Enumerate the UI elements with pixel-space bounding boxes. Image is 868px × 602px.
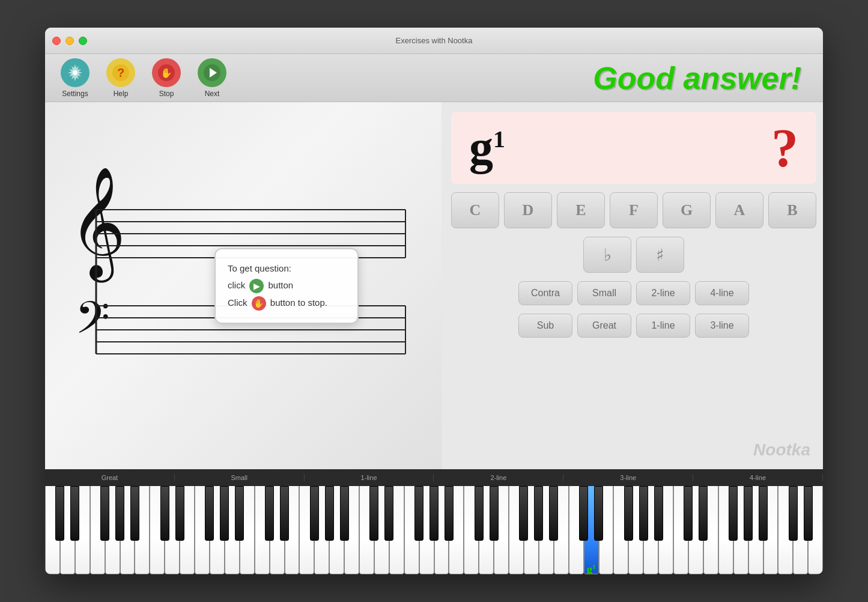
stop-icon: ✋ [152, 58, 181, 87]
black-key-0-5[interactable] [130, 486, 139, 541]
close-button[interactable] [52, 37, 61, 45]
note-button-F[interactable]: F [610, 192, 658, 228]
svg-text:?: ? [117, 66, 124, 79]
staff-panel: 𝄞 𝄢 [45, 102, 442, 469]
note-button-G[interactable]: G [663, 192, 711, 228]
black-key-1-0[interactable] [160, 486, 169, 541]
black-key-3-3[interactable] [414, 486, 423, 541]
black-key-6-5[interactable] [759, 486, 768, 541]
next-label: Next [205, 90, 220, 98]
tooltip-line1: To get question: [228, 261, 345, 275]
black-key-4-0[interactable] [475, 486, 484, 541]
octave-sub[interactable]: Sub [518, 314, 572, 338]
black-key-3-0[interactable] [369, 486, 378, 541]
black-key-5-5[interactable] [654, 486, 663, 541]
piano-label-small: Small [175, 474, 305, 481]
piano-keys-container: g1 [45, 486, 823, 574]
black-key-1-4[interactable] [220, 486, 229, 541]
black-key-3-5[interactable] [445, 486, 454, 541]
black-key-2-4[interactable] [325, 486, 334, 541]
black-key-2-0[interactable] [265, 486, 274, 541]
help-button[interactable]: ? Help [100, 56, 141, 100]
note-button-D[interactable]: D [504, 192, 552, 228]
piano-section: Great Small 1-line 2-line 3-line 4-line [45, 469, 823, 574]
help-icon: ? [106, 58, 135, 87]
black-key-4-4[interactable] [534, 486, 543, 541]
black-key-4-1[interactable] [490, 486, 499, 541]
question-mark: ? [771, 117, 798, 179]
octave-1line[interactable]: 1-line [636, 314, 690, 338]
black-key-2-3[interactable] [310, 486, 319, 541]
octave-3line[interactable]: 3-line [695, 314, 749, 338]
piano-label-great: Great [45, 474, 175, 481]
right-panel: g1 ? C D E F G A B ♭ ♯ Contra [442, 102, 823, 469]
note-button-A[interactable]: A [715, 192, 763, 228]
toolbar: Settings ? Help ✋ Stop [45, 54, 823, 102]
black-key-6-0[interactable] [684, 486, 693, 541]
stop-button[interactable]: ✋ Stop [146, 56, 187, 100]
settings-icon [61, 58, 90, 87]
black-key-0-1[interactable] [70, 486, 79, 541]
black-key-0-4[interactable] [115, 486, 124, 541]
black-key-5-0[interactable] [579, 486, 588, 541]
black-key-6-3[interactable] [729, 486, 738, 541]
highlighted-note-label: g1 [587, 563, 596, 574]
settings-button[interactable]: Settings [55, 56, 96, 100]
black-key-7-1[interactable] [804, 486, 813, 541]
note-button-C[interactable]: C [451, 192, 499, 228]
nootka-watermark: Nootka [451, 440, 816, 460]
black-key-7-0[interactable] [789, 486, 798, 541]
black-key-0-0[interactable] [55, 486, 64, 541]
tooltip-popup: To get question: click ▶ button Click ✋ … [214, 248, 359, 323]
piano-labels: Great Small 1-line 2-line 3-line 4-line [45, 469, 823, 486]
sharp-button[interactable]: ♯ [636, 237, 684, 273]
note-button-B[interactable]: B [768, 192, 816, 228]
traffic-lights [52, 37, 87, 45]
good-answer-text: Good answer! [593, 60, 813, 96]
black-key-6-1[interactable] [699, 486, 708, 541]
note-display: g1 ? [451, 112, 816, 184]
current-note: g1 [469, 124, 505, 172]
black-key-1-5[interactable] [235, 486, 244, 541]
piano-label-1line: 1-line [305, 474, 434, 481]
flat-button[interactable]: ♭ [583, 237, 631, 273]
black-key-1-1[interactable] [175, 486, 184, 541]
black-key-4-3[interactable] [519, 486, 528, 541]
piano-label-2line: 2-line [434, 474, 563, 481]
tooltip-line3: Click ✋ button to stop. [228, 296, 345, 311]
svg-text:✋: ✋ [160, 67, 172, 79]
main-window: Exercises with Nootka Settings ? Help [45, 28, 823, 574]
main-content: 𝄞 𝄢 [45, 102, 823, 469]
settings-label: Settings [62, 90, 88, 98]
black-key-6-4[interactable] [744, 486, 753, 541]
note-button-E[interactable]: E [557, 192, 605, 228]
octave-row-2: Sub Great 1-line 3-line [451, 314, 816, 338]
black-key-2-5[interactable] [340, 486, 349, 541]
note-octave: 1 [493, 126, 505, 153]
octave-contra[interactable]: Contra [518, 281, 572, 305]
black-key-5-3[interactable] [624, 486, 633, 541]
piano-label-3line: 3-line [563, 474, 693, 481]
next-icon [198, 58, 226, 87]
play-icon-inline: ▶ [249, 279, 264, 293]
tooltip-line2: click ▶ button [228, 278, 345, 293]
octave-small[interactable]: Small [577, 281, 631, 305]
stop-label: Stop [159, 90, 174, 98]
piano-label-4line: 4-line [693, 474, 823, 481]
maximize-button[interactable] [79, 37, 87, 45]
window-title: Exercises with Nootka [396, 36, 473, 45]
black-key-3-1[interactable] [384, 486, 393, 541]
black-key-5-4[interactable] [639, 486, 648, 541]
black-key-0-3[interactable] [100, 486, 109, 541]
black-key-2-1[interactable] [280, 486, 289, 541]
next-button[interactable]: Next [192, 56, 232, 100]
black-key-5-1[interactable] [594, 486, 603, 541]
black-key-4-5[interactable] [549, 486, 558, 541]
octave-great[interactable]: Great [577, 314, 631, 338]
black-key-3-4[interactable] [429, 486, 439, 541]
minimize-button[interactable] [65, 37, 74, 45]
octave-4line[interactable]: 4-line [695, 281, 749, 305]
svg-text:𝄢: 𝄢 [75, 294, 110, 353]
octave-2line[interactable]: 2-line [636, 281, 690, 305]
black-key-1-3[interactable] [205, 486, 214, 541]
